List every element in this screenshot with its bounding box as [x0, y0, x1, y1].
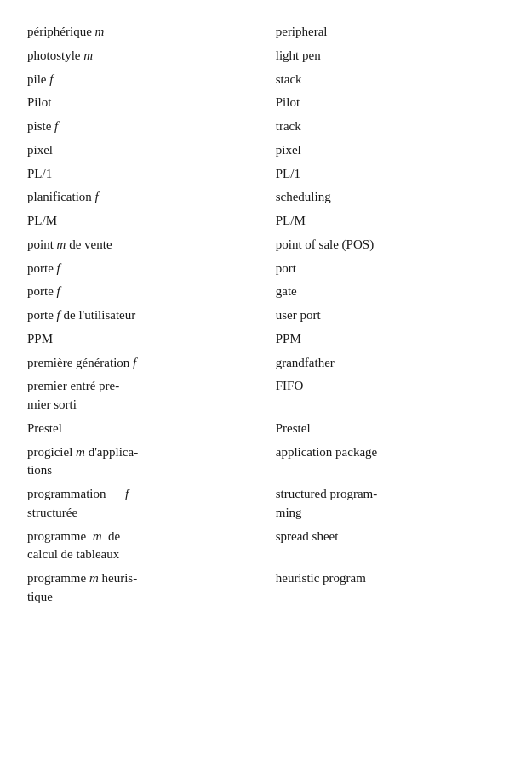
french-term: programme m decalcul de tableaux	[27, 525, 276, 568]
english-translation: PL/1	[276, 163, 505, 186]
english-translation: point of sale (POS)	[276, 233, 505, 257]
french-term: pile f	[27, 68, 276, 92]
french-term: planification f	[27, 186, 276, 209]
table-row: PL/1PL/1	[27, 163, 505, 186]
french-term: porte f	[27, 257, 276, 281]
table-row: PL/MPL/M	[27, 209, 505, 233]
table-row: première génération fgrandfather	[27, 352, 505, 375]
table-row: progiciel m d'applica-tionsapplication p…	[27, 441, 505, 483]
french-term: première génération f	[27, 352, 276, 375]
english-translation: heuristic program	[276, 567, 505, 609]
french-term: point m de vente	[27, 233, 276, 257]
french-term: PL/1	[27, 163, 276, 186]
english-translation: peripheral	[276, 20, 505, 44]
table-row: pile fstack	[27, 68, 505, 92]
table-row: piste ftrack	[27, 115, 505, 139]
french-term: pixel	[27, 139, 276, 163]
table-row: PPMPPM	[27, 328, 505, 352]
table-row: PilotPilot	[27, 91, 505, 115]
table-row: porte f de l'utilisateuruser port	[27, 304, 505, 328]
english-translation: port	[276, 257, 505, 281]
table-row: porte fgate	[27, 280, 505, 304]
english-translation: FIFO	[276, 374, 505, 417]
french-term: Prestel	[27, 417, 276, 441]
english-translation: spread sheet	[276, 525, 505, 568]
french-term: Pilot	[27, 91, 276, 115]
english-translation: user port	[276, 304, 505, 328]
french-term: programmation fstructurée	[27, 483, 276, 525]
french-term: périphérique m	[27, 20, 276, 44]
english-translation: scheduling	[276, 186, 505, 209]
french-term: progiciel m d'applica-tions	[27, 441, 276, 483]
english-translation: structured program-ming	[276, 483, 505, 525]
english-translation: Prestel	[276, 417, 505, 441]
table-row: premier entré pre-mier sortiFIFO	[27, 374, 505, 417]
english-translation: pixel	[276, 139, 505, 163]
english-translation: application package	[276, 441, 505, 483]
table-row: photostyle mlight pen	[27, 44, 505, 68]
english-translation: stack	[276, 68, 505, 92]
french-term: PPM	[27, 328, 276, 352]
table-row: programme m heuris-tiqueheuristic progra…	[27, 567, 505, 609]
table-row: point m de ventepoint of sale (POS)	[27, 233, 505, 257]
table-row: porte fport	[27, 257, 505, 281]
english-translation: gate	[276, 280, 505, 304]
table-row: programme m decalcul de tableauxspread s…	[27, 525, 505, 568]
table-row: planification fscheduling	[27, 186, 505, 209]
french-term: premier entré pre-mier sorti	[27, 374, 276, 417]
english-translation: grandfather	[276, 352, 505, 375]
french-term: PL/M	[27, 209, 276, 233]
french-term: programme m heuris-tique	[27, 567, 276, 609]
english-translation: track	[276, 115, 505, 139]
table-row: programmation fstructuréestructured prog…	[27, 483, 505, 525]
english-translation: PL/M	[276, 209, 505, 233]
french-term: photostyle m	[27, 44, 276, 68]
french-term: piste f	[27, 115, 276, 139]
english-translation: Pilot	[276, 91, 505, 115]
dictionary-table: périphérique mperipheralphotostyle mligh…	[27, 20, 505, 609]
english-translation: PPM	[276, 328, 505, 352]
table-row: périphérique mperipheral	[27, 20, 505, 44]
french-term: porte f de l'utilisateur	[27, 304, 276, 328]
french-term: porte f	[27, 280, 276, 304]
table-row: PrestelPrestel	[27, 417, 505, 441]
english-translation: light pen	[276, 44, 505, 68]
table-row: pixelpixel	[27, 139, 505, 163]
